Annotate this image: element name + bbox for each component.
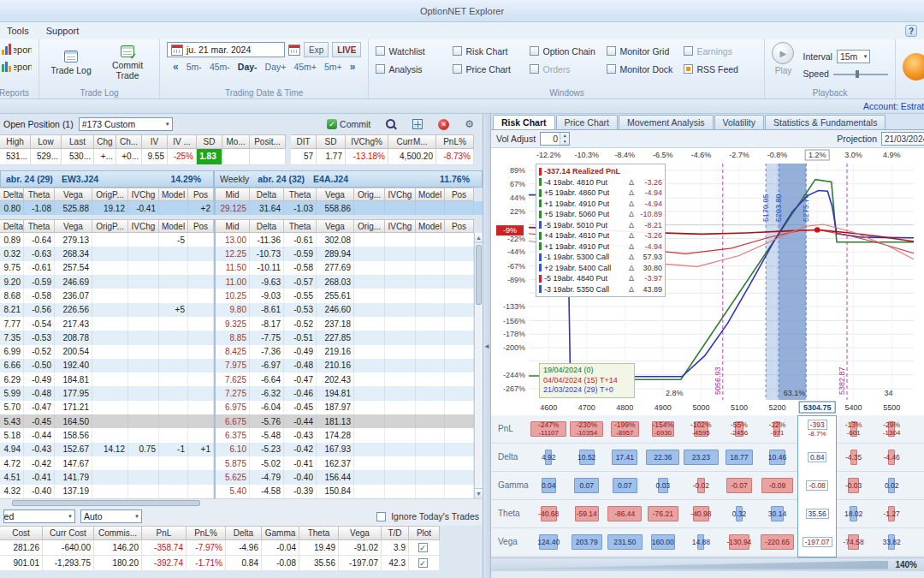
summary-col-header[interactable]: Mo...	[222, 134, 250, 149]
menu-tools[interactable]: Tools	[7, 26, 29, 36]
chain-col-header[interactable]: Model	[416, 219, 445, 233]
summary-col-header[interactable]: PnL%	[436, 134, 474, 149]
zoom-slider[interactable]	[498, 561, 888, 569]
chain-col-header[interactable]: Model	[159, 188, 188, 201]
summary-col-header[interactable]: SD	[317, 134, 346, 149]
chain-col-header[interactable]: Mid	[216, 188, 250, 201]
hscroll-thumb[interactable]	[12, 500, 200, 506]
ignore-today-checkbox[interactable]	[376, 512, 386, 521]
chain-col-header[interactable]: Delta	[250, 219, 284, 233]
play-button[interactable]: ▶	[772, 42, 794, 64]
trade-log-button[interactable]: Trade Log	[46, 42, 96, 83]
chain-col-header[interactable]: Pos	[188, 219, 214, 233]
close-position-button[interactable]: ×	[433, 116, 454, 132]
time-nav-5m-[interactable]: 5m-	[187, 62, 202, 72]
totals-col-header[interactable]: PnL	[142, 526, 187, 540]
windows-toggle-price-chart[interactable]: Price Chart	[453, 60, 526, 78]
tab-price-chart[interactable]: Price Chart	[556, 115, 619, 129]
totals-col-header[interactable]: T/D	[382, 526, 409, 540]
chain-col-header[interactable]: Vega	[317, 219, 354, 233]
chain-row[interactable]: 5.99-0.48177.957.275-6.32-0.46194.81	[0, 386, 474, 400]
windows-toggle-analysis[interactable]: Analysis	[376, 60, 449, 78]
windows-toggle-watchlist[interactable]: Watchlist	[376, 42, 449, 60]
chain-col-header[interactable]: Delta	[250, 188, 284, 201]
totals-col-header[interactable]: Vega	[339, 526, 382, 540]
chain-col-header[interactable]: OrigP...	[92, 219, 128, 233]
chain-row[interactable]: 0.89-0.64279.13-513.00-11.36-0.61302.08	[0, 233, 474, 247]
chain-col-header[interactable]: Model	[416, 188, 445, 201]
totals-col-header[interactable]: Curr Cost	[43, 526, 94, 540]
summary-col-header[interactable]: Low	[31, 134, 62, 149]
totals-col-header[interactable]: Theta	[299, 526, 339, 540]
zoom-bar[interactable]: 140%	[491, 557, 924, 571]
commit-trade-button[interactable]: Commit Trade	[103, 42, 152, 83]
position-summary-row[interactable]: 0.80-1.08525.8819.12-0.41+229.12531.64-1…	[0, 201, 483, 215]
summary-col-header[interactable]: IVChg%	[346, 134, 388, 149]
summary-col-header[interactable]: DIT	[291, 134, 317, 149]
time-nav-day-[interactable]: Day-	[238, 62, 258, 72]
chain-row[interactable]: 6.66-0.50192.407.975-6.97-0.48210.16	[0, 359, 474, 372]
chain-col-header[interactable]: Pos	[445, 188, 474, 201]
tab-volatility[interactable]: Volatility	[714, 115, 765, 129]
auto-mode-select[interactable]: Auto	[80, 509, 142, 523]
totals-col-header[interactable]: Cost	[0, 526, 43, 540]
chain-col-header[interactable]: IVChg	[385, 188, 416, 201]
interval-select[interactable]: 15m	[837, 50, 870, 63]
reports-button[interactable]: Reports	[2, 42, 32, 57]
trading-date-input[interactable]: ju. 21 mar. 2024	[167, 42, 285, 57]
chain-row[interactable]: 9.20-0.59246.6911.00-9.63-0.57268.03	[0, 275, 474, 289]
chain-col-header[interactable]: Mid	[216, 219, 250, 233]
calendar-picker-icon[interactable]	[288, 45, 300, 56]
chain-row[interactable]: 6.29-0.49184.817.625-6.64-0.47202.43	[0, 372, 474, 386]
chain-row[interactable]: 7.77-0.54217.439.325-8.17-0.52237.18	[0, 317, 474, 331]
summary-col-header[interactable]: Ch...	[116, 134, 142, 149]
chain-row[interactable]: 4.72-0.42147.675.875-5.02-0.41162.37	[0, 456, 474, 470]
summary-col-header[interactable]: Last	[62, 134, 94, 149]
time-nav-45m-[interactable]: 45m-	[210, 62, 230, 72]
tab-movement-analysis[interactable]: Movement Analysis	[619, 115, 713, 129]
speed-slider[interactable]	[833, 70, 888, 78]
totals-col-header[interactable]: Gamma	[262, 526, 299, 540]
splitter-collapse-icon[interactable]: ◄	[483, 343, 490, 350]
windows-toggle-monitor-grid[interactable]: Monitor Grid	[607, 42, 680, 60]
expiry-right-header[interactable]: Weekly abr. 24 (32) E4A.J24 11.76%	[215, 171, 482, 187]
risk-chart[interactable]: 5170.055203.805275.705056.935382.8789%67…	[491, 148, 924, 415]
windows-toggle-earnings[interactable]: Earnings	[684, 42, 757, 60]
windows-toggle-monitor-dock[interactable]: Monitor Dock	[607, 60, 680, 78]
spin-up-icon[interactable]: ▲	[560, 133, 569, 139]
chain-row[interactable]: 5.70-0.47171.216.975-6.04-0.45187.97	[0, 401, 474, 414]
windows-toggle-orders[interactable]: Orders	[530, 60, 603, 78]
tab-statistics-fundamentals[interactable]: Statistics & Fundamentals	[765, 115, 886, 129]
time-nav-45m+[interactable]: 45m+	[293, 62, 317, 72]
chain-col-header[interactable]: Model	[159, 219, 188, 233]
aggregate-mode-select[interactable]: Aggregated	[3, 509, 75, 523]
chain-row[interactable]: 8.21-0.56226.56+59.80-8.61-0.53246.60	[0, 303, 474, 317]
totals-col-header[interactable]: Delta	[226, 526, 262, 540]
chain-col-header[interactable]: Vega	[55, 188, 92, 201]
chain-row[interactable]: 0.32-0.63268.3412.25-10.73-0.59289.94	[0, 247, 474, 260]
expiry-left-header[interactable]: abr. 24 (29) EW3.J24 14.29%	[1, 171, 215, 187]
nav-next-icon[interactable]: »	[350, 61, 356, 73]
position-selector[interactable]: #173 Custom	[79, 117, 173, 131]
chain-row[interactable]: 9.75-0.61257.5411.50-10.11-0.58277.69	[0, 261, 474, 275]
chain-col-header[interactable]: IVChg	[128, 188, 159, 201]
live-button[interactable]: LIVE	[332, 42, 361, 57]
chain-row[interactable]: 4.94-0.43152.6714.120.75-1+16.10-5.23-0.…	[0, 443, 474, 456]
summary-col-header[interactable]: SD	[197, 134, 222, 149]
chain-col-header[interactable]: IVChg	[128, 219, 159, 233]
help-icon[interactable]: ?	[905, 25, 917, 37]
chain-col-header[interactable]: OrigP...	[92, 188, 128, 201]
commit-button[interactable]: ✓ Commit	[322, 116, 376, 132]
summary-col-header[interactable]: High	[0, 134, 31, 149]
chain-col-header[interactable]: Delta	[0, 188, 24, 201]
windows-toggle-rss-feed[interactable]: RSS Feed	[684, 60, 757, 78]
menu-support[interactable]: Support	[46, 26, 80, 36]
chain-col-header[interactable]: Theta	[24, 188, 55, 201]
scroll-up-icon[interactable]: ▲	[475, 233, 483, 243]
chain-col-header[interactable]: Theta	[24, 219, 55, 233]
chain-col-header[interactable]: Orig...	[354, 188, 385, 201]
chain-col-header[interactable]: Theta	[284, 219, 317, 233]
chain-col-header[interactable]: Pos	[188, 188, 214, 201]
totals-col-header[interactable]: PnL%	[187, 526, 226, 540]
summary-col-header[interactable]: IV ...	[168, 134, 197, 149]
